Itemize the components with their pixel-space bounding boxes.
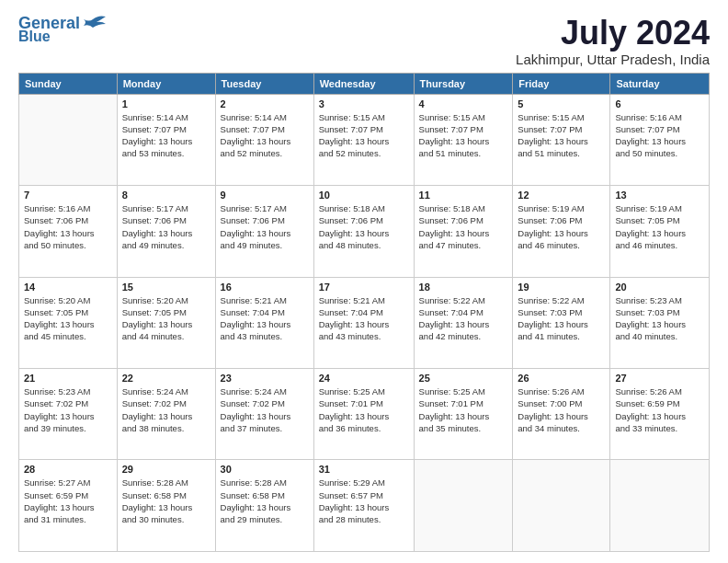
date-number: 23 [221, 373, 309, 384]
logo-bird-icon [80, 15, 106, 31]
calendar-week-row: 7Sunrise: 5:16 AM Sunset: 7:06 PM Daylig… [19, 186, 710, 277]
table-row: 13Sunrise: 5:19 AM Sunset: 7:05 PM Dayli… [610, 186, 710, 277]
date-number: 9 [221, 190, 309, 201]
day-info-text: Sunrise: 5:28 AM Sunset: 6:58 PM Dayligh… [122, 477, 210, 525]
day-info-text: Sunrise: 5:21 AM Sunset: 7:04 PM Dayligh… [319, 294, 409, 343]
calendar-table: Sunday Monday Tuesday Wednesday Thursday… [18, 73, 710, 552]
date-number: 22 [122, 373, 210, 384]
table-row: 4Sunrise: 5:15 AM Sunset: 7:07 PM Daylig… [414, 94, 513, 185]
date-number: 13 [615, 190, 704, 201]
table-row: 24Sunrise: 5:25 AM Sunset: 7:01 PM Dayli… [313, 369, 414, 460]
table-row: 16Sunrise: 5:21 AM Sunset: 7:04 PM Dayli… [215, 277, 313, 368]
table-row: 10Sunrise: 5:18 AM Sunset: 7:06 PM Dayli… [313, 186, 414, 277]
date-number: 11 [419, 190, 508, 201]
table-row: 5Sunrise: 5:15 AM Sunset: 7:07 PM Daylig… [513, 94, 610, 185]
header-saturday: Saturday [610, 73, 710, 94]
date-number: 3 [319, 98, 409, 109]
day-info-text: Sunrise: 5:17 AM Sunset: 7:06 PM Dayligh… [221, 202, 309, 251]
table-row: 19Sunrise: 5:22 AM Sunset: 7:03 PM Dayli… [513, 277, 610, 368]
day-info-text: Sunrise: 5:19 AM Sunset: 7:06 PM Dayligh… [518, 202, 605, 251]
day-info-text: Sunrise: 5:15 AM Sunset: 7:07 PM Dayligh… [319, 111, 409, 160]
day-info-text: Sunrise: 5:17 AM Sunset: 7:06 PM Dayligh… [122, 202, 210, 251]
day-info-text: Sunrise: 5:22 AM Sunset: 7:04 PM Dayligh… [419, 294, 508, 343]
table-row: 2Sunrise: 5:14 AM Sunset: 7:07 PM Daylig… [215, 94, 313, 185]
day-info-text: Sunrise: 5:14 AM Sunset: 7:07 PM Dayligh… [122, 111, 210, 160]
calendar-week-row: 1Sunrise: 5:14 AM Sunset: 7:07 PM Daylig… [19, 94, 710, 185]
date-number: 18 [419, 282, 508, 293]
date-number: 29 [122, 464, 210, 475]
date-number: 24 [319, 373, 409, 384]
day-info-text: Sunrise: 5:20 AM Sunset: 7:05 PM Dayligh… [122, 294, 210, 343]
calendar-week-row: 14Sunrise: 5:20 AM Sunset: 7:05 PM Dayli… [19, 277, 710, 368]
day-info-text: Sunrise: 5:18 AM Sunset: 7:06 PM Dayligh… [319, 202, 409, 251]
table-row: 22Sunrise: 5:24 AM Sunset: 7:02 PM Dayli… [117, 369, 215, 460]
month-year-title: July 2024 [516, 15, 710, 52]
table-row: 31Sunrise: 5:29 AM Sunset: 6:57 PM Dayli… [313, 460, 414, 552]
date-number: 20 [615, 282, 704, 293]
date-number: 28 [24, 464, 112, 475]
day-info-text: Sunrise: 5:23 AM Sunset: 7:03 PM Dayligh… [615, 294, 704, 343]
header-friday: Friday [513, 73, 610, 94]
table-row: 23Sunrise: 5:24 AM Sunset: 7:02 PM Dayli… [215, 369, 313, 460]
day-info-text: Sunrise: 5:26 AM Sunset: 6:59 PM Dayligh… [615, 385, 704, 434]
logo: General Blue [18, 15, 106, 44]
table-row: 25Sunrise: 5:25 AM Sunset: 7:01 PM Dayli… [414, 369, 513, 460]
table-row: 14Sunrise: 5:20 AM Sunset: 7:05 PM Dayli… [19, 277, 118, 368]
date-number: 8 [122, 190, 210, 201]
table-row: 8Sunrise: 5:17 AM Sunset: 7:06 PM Daylig… [117, 186, 215, 277]
day-info-text: Sunrise: 5:26 AM Sunset: 7:00 PM Dayligh… [518, 385, 605, 434]
date-number: 12 [518, 190, 605, 201]
table-row: 29Sunrise: 5:28 AM Sunset: 6:58 PM Dayli… [117, 460, 215, 552]
table-row: 27Sunrise: 5:26 AM Sunset: 6:59 PM Dayli… [610, 369, 710, 460]
date-number: 7 [24, 190, 112, 201]
table-row [513, 460, 610, 552]
date-number: 21 [24, 373, 112, 384]
table-row: 11Sunrise: 5:18 AM Sunset: 7:06 PM Dayli… [414, 186, 513, 277]
day-info-text: Sunrise: 5:18 AM Sunset: 7:06 PM Dayligh… [419, 202, 508, 251]
date-number: 5 [518, 98, 605, 109]
table-row: 12Sunrise: 5:19 AM Sunset: 7:06 PM Dayli… [513, 186, 610, 277]
header-tuesday: Tuesday [215, 73, 313, 94]
logo-blue-text: Blue [18, 29, 51, 44]
table-row: 20Sunrise: 5:23 AM Sunset: 7:03 PM Dayli… [610, 277, 710, 368]
day-info-text: Sunrise: 5:25 AM Sunset: 7:01 PM Dayligh… [419, 385, 508, 434]
date-number: 19 [518, 282, 605, 293]
table-row: 7Sunrise: 5:16 AM Sunset: 7:06 PM Daylig… [19, 186, 118, 277]
day-info-text: Sunrise: 5:20 AM Sunset: 7:05 PM Dayligh… [24, 294, 112, 343]
header-wednesday: Wednesday [313, 73, 414, 94]
day-info-text: Sunrise: 5:23 AM Sunset: 7:02 PM Dayligh… [24, 385, 112, 434]
table-row: 28Sunrise: 5:27 AM Sunset: 6:59 PM Dayli… [19, 460, 118, 552]
day-info-text: Sunrise: 5:22 AM Sunset: 7:03 PM Dayligh… [518, 294, 605, 343]
day-info-text: Sunrise: 5:16 AM Sunset: 7:06 PM Dayligh… [24, 202, 112, 251]
date-number: 25 [419, 373, 508, 384]
day-info-text: Sunrise: 5:24 AM Sunset: 7:02 PM Dayligh… [221, 385, 309, 434]
date-number: 30 [221, 464, 309, 475]
table-row: 9Sunrise: 5:17 AM Sunset: 7:06 PM Daylig… [215, 186, 313, 277]
table-row [610, 460, 710, 552]
day-info-text: Sunrise: 5:19 AM Sunset: 7:05 PM Dayligh… [615, 202, 704, 251]
day-info-text: Sunrise: 5:28 AM Sunset: 6:58 PM Dayligh… [221, 477, 309, 525]
date-number: 27 [615, 373, 704, 384]
day-info-text: Sunrise: 5:15 AM Sunset: 7:07 PM Dayligh… [419, 111, 508, 160]
header-thursday: Thursday [414, 73, 513, 94]
date-number: 16 [221, 282, 309, 293]
day-info-text: Sunrise: 5:24 AM Sunset: 7:02 PM Dayligh… [122, 385, 210, 434]
page: General Blue July 2024 Lakhimpur, Uttar … [0, 0, 728, 563]
date-number: 4 [419, 98, 508, 109]
title-section: July 2024 Lakhimpur, Uttar Pradesh, Indi… [516, 15, 710, 67]
calendar-week-row: 21Sunrise: 5:23 AM Sunset: 7:02 PM Dayli… [19, 369, 710, 460]
date-number: 2 [221, 98, 309, 109]
date-number: 14 [24, 282, 112, 293]
table-row: 17Sunrise: 5:21 AM Sunset: 7:04 PM Dayli… [313, 277, 414, 368]
day-info-text: Sunrise: 5:25 AM Sunset: 7:01 PM Dayligh… [319, 385, 409, 434]
date-number: 1 [122, 98, 210, 109]
day-info-text: Sunrise: 5:14 AM Sunset: 7:07 PM Dayligh… [221, 111, 309, 160]
day-info-text: Sunrise: 5:27 AM Sunset: 6:59 PM Dayligh… [24, 477, 112, 525]
table-row: 18Sunrise: 5:22 AM Sunset: 7:04 PM Dayli… [414, 277, 513, 368]
table-row: 6Sunrise: 5:16 AM Sunset: 7:07 PM Daylig… [610, 94, 710, 185]
date-number: 15 [122, 282, 210, 293]
day-info-text: Sunrise: 5:29 AM Sunset: 6:57 PM Dayligh… [319, 477, 409, 525]
table-row: 26Sunrise: 5:26 AM Sunset: 7:00 PM Dayli… [513, 369, 610, 460]
table-row: 15Sunrise: 5:20 AM Sunset: 7:05 PM Dayli… [117, 277, 215, 368]
date-number: 10 [319, 190, 409, 201]
